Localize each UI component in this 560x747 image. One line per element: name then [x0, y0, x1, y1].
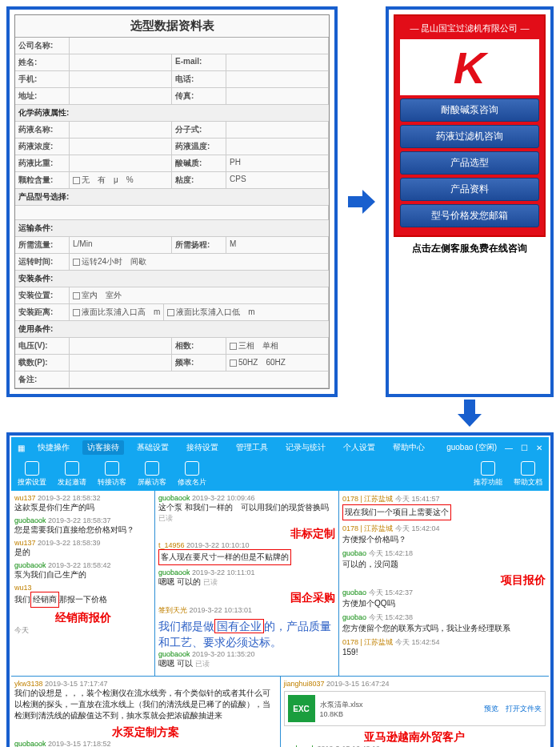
- company-label: 公司名称:: [15, 38, 70, 54]
- section-transport: 运输条件:: [15, 220, 329, 237]
- pump-custom-label: 水泵定制方案: [112, 725, 179, 738]
- tool-block[interactable]: 屏蔽访客: [138, 461, 166, 488]
- selection-form-panel: 选型数据资料表 公司名称: 姓名:E-mail: 手机:电话: 地址:传真: 化…: [6, 6, 338, 397]
- user-status-badge[interactable]: guobao (空闲): [446, 442, 497, 453]
- tool-helpdoc[interactable]: 帮助文档: [514, 461, 542, 488]
- tool-recommend[interactable]: 推荐功能: [474, 461, 502, 488]
- arrow-right-icon: [346, 6, 378, 397]
- size-box: 客人现在要尺寸一样的但是不贴牌的: [158, 549, 291, 565]
- chat-mid-column: guobaook 2019-3-22 10:09:46这个泵 和我们一样的 可以…: [155, 491, 339, 676]
- section-model: 产品型号选择:: [15, 189, 329, 206]
- app-icon: ▦: [18, 444, 25, 452]
- tool-search[interactable]: 搜索设置: [18, 461, 46, 488]
- chat-left-column: wu137 2019-3-22 18:58:32这款泵是你们生产的吗guobao…: [11, 491, 155, 676]
- ad-btn-price[interactable]: 型号价格发您邮箱: [400, 204, 539, 227]
- left-today-prefix: 我们: [14, 595, 30, 604]
- ad-btn-select[interactable]: 产品选型: [400, 151, 539, 175]
- form-title: 选型数据资料表: [15, 15, 329, 38]
- tool-invite[interactable]: 发起邀请: [58, 461, 86, 488]
- svg-marker-0: [348, 190, 375, 214]
- section-use: 使用条件:: [15, 321, 329, 338]
- amazon-label: 亚马逊越南外贸客户: [364, 730, 465, 743]
- chat-right-column: 0178 | 江苏盐城 今天 15:41:57现在我们一个项目上需要这个0178…: [339, 491, 549, 676]
- ad-panel: — 昆山国宝过滤机有限公司 — K 耐酸碱泵咨询 药液过滤机咨询 产品选型 产品…: [386, 6, 554, 397]
- custom-label: 非标定制: [290, 527, 335, 540]
- open-folder-link[interactable]: 打开文件夹: [506, 705, 542, 713]
- ad-company: — 昆山国宝过滤机有限公司 —: [400, 21, 539, 36]
- arrow-down-icon: [458, 397, 482, 429]
- chat-app-panel: ▦ 快捷操作 访客接待 基础设置 接待设置 管理工具 记录与统计 个人设置 帮助…: [6, 432, 554, 747]
- tab-visitor[interactable]: 访客接待: [82, 440, 124, 455]
- tab-basic[interactable]: 基础设置: [132, 440, 174, 455]
- section-install: 安装条件:: [15, 271, 329, 287]
- bottom-right-pane: jianghui8037 2019-3-15 16:47:24 EXC 水泵清单…: [281, 677, 550, 747]
- tab-quick[interactable]: 快捷操作: [33, 440, 74, 455]
- tab-help[interactable]: 帮助中心: [388, 440, 430, 455]
- maximize-icon[interactable]: ☐: [521, 444, 528, 452]
- bottom-left-pane: ykw3138 2019-3-15 17:17:47 我们的设想是，，，装个检测…: [11, 677, 281, 747]
- ad-btn-docs[interactable]: 产品资料: [400, 178, 539, 201]
- toolbar: 搜索设置 发起邀请 转接访客 屏蔽访客 修改名片 推荐功能 帮助文档: [11, 458, 549, 491]
- ad-btn-filter[interactable]: 药液过滤机咨询: [400, 125, 539, 148]
- ad-caption: 点击左侧客服免费在线咨询: [394, 242, 546, 255]
- tab-manage[interactable]: 管理工具: [231, 440, 273, 455]
- tool-editcard[interactable]: 修改名片: [178, 461, 206, 488]
- excel-icon: EXC: [288, 695, 315, 722]
- svg-marker-1: [458, 400, 482, 427]
- ad-btn-pump[interactable]: 耐酸碱泵咨询: [400, 98, 539, 122]
- tab-personal[interactable]: 个人设置: [338, 440, 380, 455]
- tab-receive[interactable]: 接待设置: [182, 440, 223, 455]
- minimize-icon[interactable]: —: [505, 444, 513, 452]
- section-chemical: 化学药液属性:: [15, 105, 329, 122]
- ad-logo: K: [400, 39, 539, 95]
- tab-stats[interactable]: 记录与统计: [281, 440, 330, 455]
- dealer-box: 经销商: [30, 592, 59, 608]
- soe-statement: 我们都是做国有企业的，产品质量和工艺、要求必须达标。: [158, 619, 335, 650]
- dealer-quote-label: 经销商报价: [55, 611, 111, 624]
- close-icon[interactable]: ✕: [536, 444, 542, 452]
- preview-link[interactable]: 预览: [484, 705, 498, 713]
- menu-bar: ▦ 快捷操作 访客接待 基础设置 接待设置 管理工具 记录与统计 个人设置 帮助…: [11, 437, 549, 458]
- file-attachment[interactable]: EXC 水泵清单.xlsx10.8KB 预览 打开文件夹: [284, 691, 546, 726]
- soe-label: 国企采购: [290, 591, 335, 604]
- tool-transfer[interactable]: 转接访客: [98, 461, 126, 488]
